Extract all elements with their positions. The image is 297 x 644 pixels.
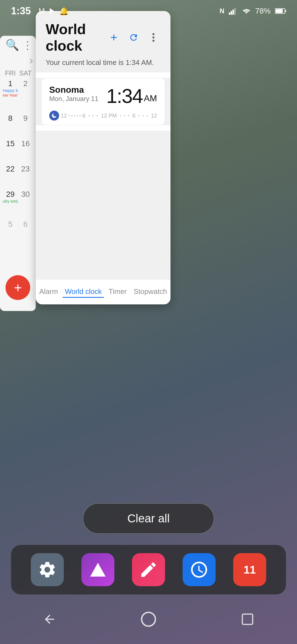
svg-rect-5 [285, 10, 286, 12]
clock-body [36, 131, 170, 279]
battery-icon [275, 8, 286, 14]
clock-widget-title: World clock [46, 21, 107, 54]
svg-rect-3 [234, 8, 236, 15]
svg-point-9 [152, 40, 155, 42]
dock-calendar-app[interactable]: 11 [233, 553, 266, 586]
cal-row-2: 8 9 [3, 114, 33, 123]
location-name: Sonoma [49, 85, 106, 95]
notification-icon [48, 7, 56, 15]
clear-all-button[interactable]: Clear all [83, 503, 214, 534]
tab-world-clock[interactable]: World clock [63, 286, 104, 298]
cal-row-5: 29 uby weight c 30 [3, 190, 33, 203]
day-sat: SAT [18, 69, 33, 77]
time-display: 1:34 AM [106, 85, 157, 107]
dock-capcut-app[interactable] [81, 553, 114, 586]
bottom-area: Clear all 11 [0, 503, 297, 644]
clock-actions [107, 30, 161, 45]
recents-button[interactable] [237, 608, 258, 630]
more-options-button[interactable] [146, 30, 161, 45]
day-fri: FRI [3, 69, 18, 77]
clear-all-label: Clear all [127, 512, 170, 525]
time-card-time-row: Sonoma Mon, January 11 1:34 AM [49, 85, 157, 107]
search-icon[interactable]: 🔍 [6, 39, 19, 51]
tab-alarm[interactable]: Alarm [37, 286, 60, 298]
clock-tabs: Alarm World clock Timer Stopwatch [36, 279, 170, 304]
signal-icon [229, 7, 238, 15]
cal-row-3: 15 16 [3, 139, 33, 148]
clock-title-row: World clock [46, 21, 161, 54]
moon-icon [49, 111, 59, 121]
battery-text: 78% [255, 7, 271, 15]
dock: 11 [11, 545, 286, 594]
dock-settings-app[interactable] [31, 553, 64, 586]
time-card-info: Sonoma Mon, January 11 [49, 85, 106, 104]
status-bar: 1:35 M 🔔 N 78% [0, 0, 297, 22]
home-button[interactable] [138, 608, 160, 630]
cal-row-1: 1 Happy birthd ew Year's D 2 [3, 79, 33, 97]
time-card: Sonoma Mon, January 11 1:34 AM [41, 78, 165, 125]
svg-point-8 [152, 36, 155, 39]
timeline-bar: 12 6 [49, 111, 157, 121]
capcut-icon [90, 563, 106, 577]
svg-rect-6 [276, 9, 283, 13]
calendar-rows: 1 Happy birthd ew Year's D 2 8 9 15 16 2… [3, 79, 33, 229]
dock-slides-app[interactable] [132, 553, 165, 586]
calendar-header: 🔍 ⋮ [3, 39, 33, 51]
more-icon[interactable]: ⋮ [22, 39, 33, 51]
forward-arrow[interactable]: › [3, 54, 33, 67]
clear-all-container: Clear all [0, 503, 297, 534]
calendar-fab[interactable]: + [6, 275, 30, 300]
svg-point-7 [152, 33, 155, 35]
calendar-card[interactable]: 🔍 ⋮ › FRI SAT 1 Happy birthd ew Year's D… [0, 36, 36, 311]
status-icons-left: M 🔔 [38, 7, 69, 16]
wifi-icon [242, 7, 251, 15]
location-date: Mon, January 11 [49, 95, 106, 103]
clock-subtitle: Your current local time is 1:34 AM. [46, 58, 161, 67]
gmail-icon: M [38, 7, 45, 15]
add-clock-button[interactable] [107, 30, 121, 45]
svg-rect-1 [231, 11, 232, 15]
tab-timer[interactable]: Timer [106, 286, 129, 298]
status-icons-right: N 78% [220, 7, 286, 15]
nav-bar [0, 600, 297, 644]
n-icon: N [220, 7, 224, 15]
svg-point-10 [142, 612, 155, 626]
svg-rect-11 [242, 614, 253, 624]
clock-widget: World clock [36, 11, 170, 304]
status-time: 1:35 [11, 5, 31, 17]
cal-row-6: 5 6 [3, 220, 33, 229]
svg-rect-0 [229, 12, 230, 15]
days-header: FRI SAT [3, 69, 33, 77]
refresh-button[interactable] [127, 30, 141, 45]
tab-stopwatch[interactable]: Stopwatch [131, 286, 169, 298]
cal-row-4: 22 23 [3, 165, 33, 173]
back-button[interactable] [38, 608, 61, 630]
dock-clock-app[interactable] [183, 553, 216, 586]
bell-icon: 🔔 [59, 7, 69, 16]
svg-rect-2 [232, 10, 234, 15]
